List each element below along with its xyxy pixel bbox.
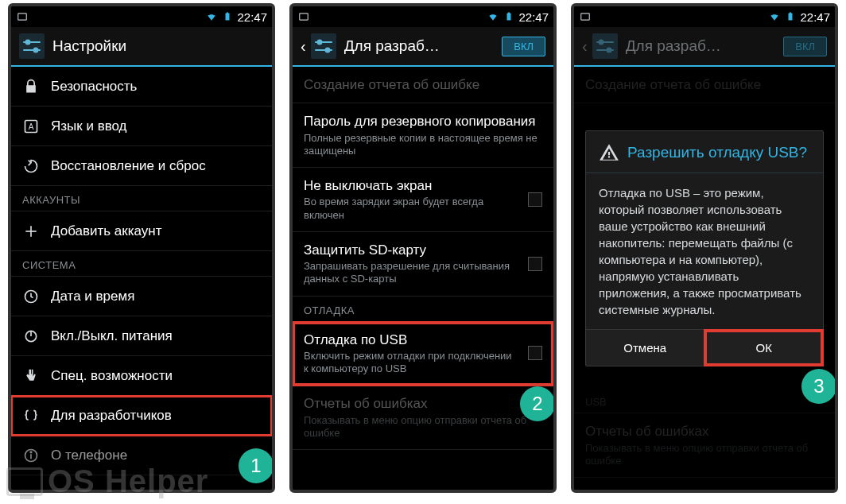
back-icon: ‹: [582, 37, 588, 56]
row-security[interactable]: Безопасность: [11, 67, 272, 107]
row-usb-debugging[interactable]: Отладка по USB Включить режим отладки пр…: [293, 322, 553, 386]
svg-rect-24: [581, 14, 590, 20]
row-label: Для разработчиков: [51, 407, 261, 424]
row-sub: Полные резервные копии в настоящее время…: [304, 132, 542, 158]
usb-debug-dialog: Разрешить отладку USB? Отладка по USB – …: [585, 130, 824, 366]
row-developer-options[interactable]: Для разработчиков: [11, 396, 272, 436]
checkbox[interactable]: [528, 346, 542, 360]
row-label: О телефоне: [51, 447, 261, 463]
status-time: 22:47: [237, 10, 267, 24]
step-badge-1: 1: [239, 448, 274, 483]
svg-point-23: [325, 48, 329, 52]
dialog-body: Отладка по USB – это режим, который позв…: [586, 173, 823, 329]
row-bug-reports-menu[interactable]: Отчеты об ошибках Показывать в меню опци…: [293, 386, 553, 450]
row-about-phone[interactable]: О телефоне: [11, 436, 272, 475]
screenshot-icon: [297, 11, 310, 22]
svg-point-5: [26, 41, 30, 45]
title-bar: Настройки: [11, 27, 272, 67]
plus-icon: [22, 223, 40, 240]
warning-icon: [599, 142, 619, 163]
svg-rect-2: [227, 13, 228, 14]
restore-icon: [22, 157, 40, 175]
wifi-icon: [205, 11, 218, 22]
svg-point-6: [34, 48, 38, 52]
braces-icon: [22, 407, 40, 425]
cancel-button[interactable]: Отмена: [586, 330, 704, 366]
battery-icon: [221, 11, 234, 22]
row-backup-password[interactable]: Пароль для резервного копирования Полные…: [293, 103, 553, 168]
section-debugging: ОТЛАДКА: [293, 297, 553, 322]
step-badge-3: 3: [801, 369, 836, 404]
settings-app-icon: [592, 33, 618, 59]
row-label: Добавить аккаунт: [51, 223, 261, 239]
status-bar: 22:47: [574, 6, 835, 27]
row-label: Язык и ввод: [51, 118, 261, 134]
status-time: 22:47: [800, 10, 830, 24]
row-language[interactable]: A Язык и ввод: [11, 107, 272, 146]
page-title: Для разраб…: [626, 37, 776, 55]
svg-rect-25: [789, 14, 793, 21]
developer-options-list: Создание отчета об ошибке Пароль для рез…: [293, 67, 553, 490]
power-icon: [22, 328, 40, 345]
row-sub: Включить режим отладки при подключении к…: [304, 350, 517, 376]
back-icon[interactable]: ‹: [301, 37, 306, 56]
row-label: Защитить SD-карту: [304, 242, 517, 258]
settings-list: Безопасность A Язык и ввод Восстановлени…: [11, 67, 272, 490]
row-label: Дата и время: [51, 288, 261, 304]
svg-point-22: [317, 41, 321, 45]
svg-rect-18: [507, 14, 511, 21]
row-date-time[interactable]: Дата и время: [11, 277, 272, 316]
ok-button[interactable]: ОК: [704, 330, 824, 366]
section-accounts: АККАУНТЫ: [11, 186, 272, 211]
title-bar: ‹ Для разраб… ВКЛ: [293, 27, 553, 67]
checkbox[interactable]: [528, 192, 542, 207]
lang-icon: A: [22, 118, 40, 135]
row-add-account[interactable]: Добавить аккаунт: [11, 211, 272, 251]
title-bar: ‹ Для разраб… ВКЛ: [574, 27, 835, 67]
wifi-icon: [768, 11, 781, 22]
status-bar: 22:47: [11, 6, 272, 27]
svg-rect-17: [300, 14, 309, 20]
row-label: Восстановление и сброс: [51, 157, 261, 174]
status-bar: 22:47: [293, 6, 553, 27]
row-accessibility[interactable]: Спец. возможности: [11, 356, 272, 396]
row-backup-reset[interactable]: Восстановление и сброс: [11, 146, 272, 186]
phone-screenshot-3: 22:47 ‹ Для разраб… ВКЛ Создание отчета …: [571, 3, 838, 493]
battery-icon: [784, 11, 797, 22]
hand-icon: [22, 367, 40, 385]
master-toggle[interactable]: ВКЛ: [502, 37, 545, 56]
page-title: Для разраб…: [344, 37, 495, 55]
dialog-header: Разрешить отладку USB?: [586, 131, 823, 173]
row-label: Пароль для резервного копирования: [304, 113, 542, 130]
row-label: Отчеты об ошибках: [304, 395, 542, 412]
row-bug-report[interactable]: Создание отчета об ошибке: [293, 67, 553, 103]
phone-screenshot-1: 22:47 Настройки Безопасность A Язык и вв…: [8, 3, 275, 493]
row-stay-awake[interactable]: Не выключать экран Во время зарядки экра…: [293, 168, 553, 232]
row-label: Создание отчета об ошибке: [304, 76, 542, 93]
row-sub: Во время зарядки экран будет всегда вклю…: [304, 196, 517, 222]
svg-rect-19: [508, 13, 510, 14]
dialog-buttons: Отмена ОК: [586, 329, 823, 366]
row-protect-sd[interactable]: Защитить SD-карту Запрашивать разрешение…: [293, 232, 553, 297]
step-badge-2: 2: [520, 386, 555, 421]
row-label: Спец. возможности: [51, 367, 261, 384]
wifi-icon: [487, 11, 499, 22]
row-power-onoff[interactable]: Вкл./Выкл. питания: [11, 316, 272, 356]
svg-rect-0: [18, 14, 27, 20]
row-label: Безопасность: [51, 78, 261, 95]
svg-rect-1: [226, 14, 230, 21]
svg-rect-26: [790, 13, 791, 14]
battery-icon: [503, 11, 515, 22]
row-label: Вкл./Выкл. питания: [51, 328, 261, 344]
svg-text:A: A: [29, 122, 34, 131]
checkbox[interactable]: [528, 257, 542, 271]
master-toggle: ВКЛ: [783, 37, 827, 56]
status-time: 22:47: [518, 10, 549, 24]
svg-point-16: [30, 452, 32, 453]
section-system: СИСТЕМА: [11, 251, 272, 277]
row-sub: Запрашивать разрешение для считывания да…: [304, 260, 517, 286]
row-sub: Показывать в меню опцию отправки отчета …: [304, 414, 542, 440]
settings-app-icon[interactable]: [311, 33, 336, 59]
phone-screenshot-2: 22:47 ‹ Для разраб… ВКЛ Создание отчета …: [289, 3, 557, 493]
info-icon: [22, 447, 40, 464]
